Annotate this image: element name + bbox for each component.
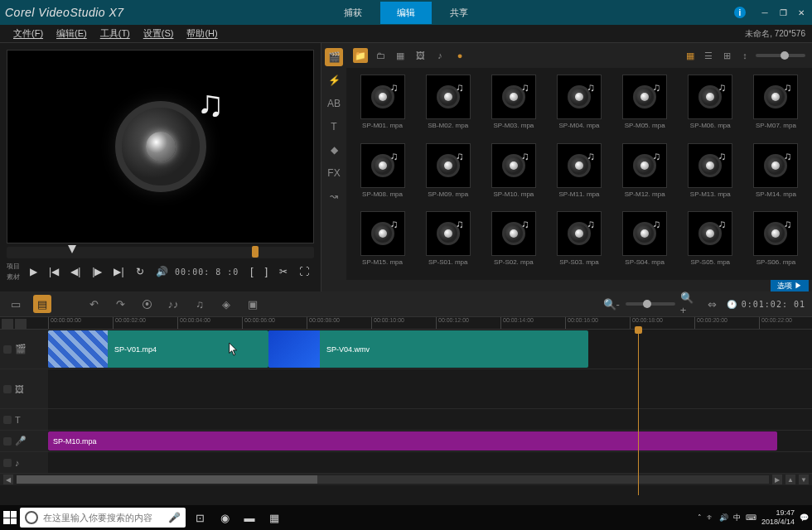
library-item[interactable]: ♫SP-M13. mpa xyxy=(681,143,740,205)
tab-capture[interactable]: 捕获 xyxy=(327,2,379,24)
video-track-body[interactable]: SP-V01.mp4 SP-V04.wmv xyxy=(48,330,812,369)
tl-chapter[interactable]: ▣ xyxy=(244,295,262,313)
libtool-folder[interactable]: 📁 xyxy=(353,48,368,63)
library-item[interactable]: ♫SP-S05. mpa xyxy=(681,211,740,273)
ruler-btn-1[interactable] xyxy=(2,319,13,329)
close-icon[interactable]: ✕ xyxy=(795,7,807,18)
tray-network-icon[interactable]: ᯤ xyxy=(707,513,714,522)
track-toggle[interactable] xyxy=(3,459,12,467)
library-item[interactable]: ♫SB-M02. mpa xyxy=(418,75,477,137)
overlay-track-head[interactable]: 🖼 xyxy=(0,369,48,408)
taskbar-app-3[interactable]: ▦ xyxy=(263,507,285,528)
voice-track-body[interactable]: SP-M10.mpa xyxy=(48,431,812,451)
clip-audio[interactable]: SP-M10.mpa xyxy=(48,431,777,450)
title-track-body[interactable] xyxy=(48,409,812,430)
view-list-icon[interactable]: ☰ xyxy=(701,48,716,63)
library-item[interactable]: ♫SP-M14. mpa xyxy=(747,143,805,205)
playhead[interactable] xyxy=(638,330,639,495)
tray-notifications-icon[interactable]: 💬 xyxy=(800,513,809,522)
taskbar-app-2[interactable]: ▬ xyxy=(239,507,260,528)
ruler-area[interactable]: 00:00:00:0000:00:02:0000:00:04:0000:00:0… xyxy=(48,317,812,329)
library-item[interactable]: ♫SP-M15. mpa xyxy=(353,211,412,273)
goto-end-button[interactable]: ▶| xyxy=(109,263,128,281)
tab-share[interactable]: 共享 xyxy=(433,2,485,24)
libtab-filter[interactable]: FX xyxy=(325,164,343,182)
view-sort-icon[interactable]: ↕ xyxy=(737,48,752,63)
library-options-button[interactable]: 选项 ▶ xyxy=(771,280,809,292)
tl-zoom-out[interactable]: 🔍- xyxy=(602,295,621,313)
menu-settings[interactable]: 设置(S) xyxy=(137,27,181,40)
library-item[interactable]: ♫SP-M04. mpa xyxy=(549,75,608,137)
view-thumb-icon[interactable]: ▦ xyxy=(683,48,698,63)
sb-left[interactable]: ◀ xyxy=(3,475,13,484)
menu-tools[interactable]: 工具(T) xyxy=(94,27,137,40)
tray-ime[interactable]: 中 xyxy=(733,513,741,523)
tl-zoom-in[interactable]: 🔍+ xyxy=(680,295,698,313)
tl-marker[interactable]: ◈ xyxy=(217,295,235,313)
tl-record[interactable]: ⦿ xyxy=(138,295,156,313)
library-item[interactable]: ♫SP-S06. mpa xyxy=(747,211,805,273)
libtool-photo[interactable]: 🖼 xyxy=(413,48,428,63)
overlay-track-body[interactable] xyxy=(48,369,812,408)
ruler-btn-2[interactable] xyxy=(15,319,27,329)
step-fwd-button[interactable]: |▶ xyxy=(87,263,107,281)
play-button[interactable]: ▶ xyxy=(25,263,42,281)
sb-right[interactable]: ▶ xyxy=(772,475,782,484)
sb-up[interactable]: ▲ xyxy=(785,475,795,484)
video-track-head[interactable]: 🎬 xyxy=(0,330,48,369)
menu-edit[interactable]: 编辑(E) xyxy=(50,27,94,40)
libtab-media[interactable]: 🎬 xyxy=(325,48,343,66)
step-back-button[interactable]: ◀| xyxy=(65,263,85,281)
taskbar-app-1[interactable]: ◉ xyxy=(214,507,235,528)
music-track-body[interactable] xyxy=(48,452,812,473)
library-item[interactable]: ♫SP-M06. mpa xyxy=(681,75,740,137)
split-button[interactable]: ✂ xyxy=(274,263,292,281)
timeline-scrollbar[interactable]: ◀ ▶ ▲ ▼ xyxy=(0,474,812,485)
libtab-transition[interactable]: AB xyxy=(325,94,343,113)
sb-track[interactable] xyxy=(17,475,769,484)
libtool-disc[interactable]: ● xyxy=(452,48,467,63)
libtool-audio[interactable]: ♪ xyxy=(433,48,447,63)
preview-timecode[interactable]: 00:00: 8 :0 xyxy=(175,267,239,277)
preview-seek-bar[interactable] xyxy=(7,247,314,258)
preview-mode[interactable]: 项目 素材 xyxy=(7,262,20,282)
track-toggle[interactable] xyxy=(3,437,12,446)
fullscreen-button[interactable]: ⛶ xyxy=(294,263,314,281)
library-item[interactable]: ♫SP-S03. mpa xyxy=(549,211,608,273)
tray-keyboard-icon[interactable]: ⌨ xyxy=(746,513,756,522)
volume-button[interactable]: 🔊 xyxy=(151,263,173,281)
start-button[interactable] xyxy=(3,511,17,524)
menu-file[interactable]: 文件(F) xyxy=(7,27,50,40)
library-item[interactable]: ♫SP-S01. mpa xyxy=(418,211,477,273)
clip-video-1[interactable]: SP-V01.mp4 xyxy=(48,330,268,368)
libtool-video[interactable]: ▦ xyxy=(393,48,408,63)
libtool-open[interactable]: 🗀 xyxy=(373,48,388,63)
library-item[interactable]: ♫SP-M08. mpa xyxy=(353,143,412,205)
tl-mixer[interactable]: ♪♪ xyxy=(164,295,182,313)
library-zoom-slider[interactable] xyxy=(756,54,805,57)
library-item[interactable]: ♫SP-M03. mpa xyxy=(484,75,543,137)
libtab-instant[interactable]: ⚡ xyxy=(325,71,343,89)
library-item[interactable]: ♫SP-M07. mpa xyxy=(747,75,805,137)
mic-icon[interactable]: 🎤 xyxy=(168,512,181,523)
library-item[interactable]: ♫SP-S02. mpa xyxy=(484,211,543,273)
taskbar-search[interactable]: 🎤 xyxy=(20,508,186,528)
tray-volume-icon[interactable]: 🔊 xyxy=(719,513,728,522)
libtab-path[interactable]: ↝ xyxy=(325,187,343,205)
mark-in-button[interactable]: [ xyxy=(245,263,258,281)
track-toggle[interactable] xyxy=(3,416,12,424)
preview-viewport[interactable]: ♫ xyxy=(7,50,314,243)
timeline-ruler[interactable]: 00:00:00:0000:00:02:0000:00:04:0000:00:0… xyxy=(0,316,812,330)
tlview-storyboard[interactable]: ▭ xyxy=(7,295,25,313)
music-track-head[interactable]: ♪ xyxy=(0,452,48,473)
tray-chevron[interactable]: ˄ xyxy=(698,513,702,522)
clip-video-2[interactable]: SP-V04.wmv xyxy=(268,330,588,368)
loop-button[interactable]: ↻ xyxy=(131,263,149,281)
library-item[interactable]: ♫SP-M11. mpa xyxy=(549,143,608,205)
restore-icon[interactable]: ❐ xyxy=(777,7,789,18)
seek-thumb[interactable] xyxy=(68,245,76,253)
tl-redo[interactable]: ↷ xyxy=(111,295,129,313)
tray-clock[interactable]: 19:47 2018/4/14 xyxy=(761,508,795,527)
tab-edit[interactable]: 编辑 xyxy=(380,2,432,24)
track-toggle[interactable] xyxy=(3,385,12,393)
